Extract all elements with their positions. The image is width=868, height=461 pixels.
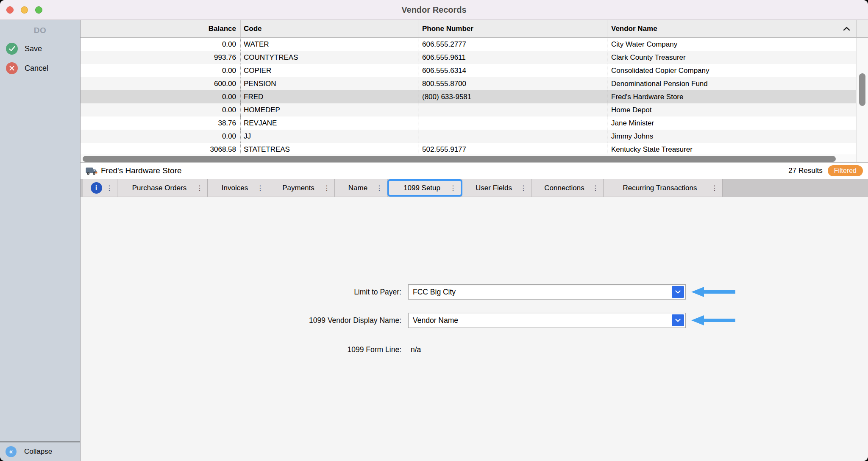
vertical-scrollbar[interactable] bbox=[856, 38, 868, 162]
cell-phone bbox=[418, 130, 607, 143]
cell-phone: 800.555.8700 bbox=[418, 77, 607, 90]
cell-balance: 38.76 bbox=[81, 117, 241, 130]
tab-recurring-transactions[interactable]: Recurring Transactions bbox=[604, 179, 723, 197]
save-check-icon bbox=[6, 43, 18, 55]
tab-menu-icon[interactable] bbox=[711, 185, 718, 192]
close-button[interactable] bbox=[6, 6, 14, 14]
cell-code: COPIER bbox=[241, 64, 418, 77]
selected-record-title: Fred's Hardware Store bbox=[101, 166, 182, 175]
tab-bar: i Purchase Orders Invoices Payments Name bbox=[81, 179, 868, 197]
table-row[interactable]: 993.76 COUNTYTREAS 606.555.9611 Clark Co… bbox=[81, 51, 856, 64]
tab-info[interactable]: i bbox=[83, 179, 117, 197]
tab-menu-icon[interactable] bbox=[257, 185, 264, 192]
table-row-selected[interactable]: 0.00 FRED (800) 633-9581 Fred's Hardware… bbox=[81, 90, 856, 103]
tab-menu-icon[interactable] bbox=[196, 185, 203, 192]
tab-menu-icon[interactable] bbox=[520, 185, 527, 192]
collapse-button[interactable]: « Collapse bbox=[0, 442, 80, 461]
annotation-arrow bbox=[691, 286, 735, 298]
annotation-arrow bbox=[691, 314, 735, 326]
tab-user-fields[interactable]: User Fields bbox=[462, 179, 531, 197]
results-count: 27 Results bbox=[788, 167, 822, 175]
column-header-vendor[interactable]: Vendor Name bbox=[607, 20, 856, 37]
cancel-button[interactable]: Cancel bbox=[0, 62, 80, 74]
info-icon: i bbox=[91, 182, 102, 194]
column-header-balance[interactable]: Balance bbox=[81, 20, 241, 37]
limit-to-payer-dropdown[interactable]: FCC Big City bbox=[408, 284, 686, 300]
limit-to-payer-label: Limit to Payer: bbox=[81, 288, 401, 297]
cell-code: PENSION bbox=[241, 77, 418, 90]
save-button[interactable]: Save bbox=[0, 43, 80, 55]
tab-menu-icon[interactable] bbox=[106, 185, 113, 192]
sidebar: DO Save Cancel « Collapse bbox=[0, 20, 81, 461]
cell-vendor: City Water Company bbox=[607, 38, 856, 51]
table-row[interactable]: 3068.58 STATETREAS 502.555.9177 Kentucky… bbox=[81, 143, 856, 155]
cell-code: HOMEDEP bbox=[241, 103, 418, 117]
cancel-label: Cancel bbox=[25, 64, 48, 73]
cell-phone bbox=[418, 117, 607, 130]
table-row[interactable]: 0.00 HOMEDEP Home Depot bbox=[81, 103, 856, 117]
tab-1099-setup[interactable]: 1099 Setup bbox=[387, 179, 462, 197]
filtered-badge[interactable]: Filtered bbox=[828, 165, 863, 176]
tab-menu-icon[interactable] bbox=[323, 185, 330, 192]
table-row[interactable]: 0.00 JJ Jimmy Johns bbox=[81, 130, 856, 143]
cell-balance: 993.76 bbox=[81, 51, 241, 64]
tab-payments[interactable]: Payments bbox=[268, 179, 335, 197]
tab-menu-icon[interactable] bbox=[450, 185, 456, 192]
truck-icon bbox=[86, 167, 97, 175]
record-bar: Fred's Hardware Store 27 Results Filtere… bbox=[81, 162, 868, 179]
titlebar: Vendor Records bbox=[0, 0, 868, 20]
cell-vendor: Home Depot bbox=[607, 103, 856, 117]
collapse-chevrons-icon: « bbox=[6, 446, 17, 457]
dropdown-chevron-button[interactable] bbox=[672, 314, 684, 326]
cell-balance: 600.00 bbox=[81, 77, 241, 90]
cell-vendor: Denominational Pension Fund bbox=[607, 77, 856, 90]
column-header-phone[interactable]: Phone Number bbox=[418, 20, 607, 37]
display-name-dropdown[interactable]: Vendor Name bbox=[408, 313, 686, 328]
dropdown-chevron-button[interactable] bbox=[672, 286, 684, 298]
cell-code: JJ bbox=[241, 130, 418, 143]
tab-invoices[interactable]: Invoices bbox=[208, 179, 268, 197]
cell-vendor: Consolidated Copier Company bbox=[607, 64, 856, 77]
table-row[interactable]: 0.00 COPIER 606.555.6314 Consolidated Co… bbox=[81, 64, 856, 77]
horizontal-scrollbar[interactable] bbox=[81, 155, 856, 162]
cell-vendor: Jane Minister bbox=[607, 117, 856, 130]
cell-phone: 606.555.2777 bbox=[418, 38, 607, 51]
tab-menu-icon[interactable] bbox=[592, 185, 599, 192]
display-name-label: 1099 Vendor Display Name: bbox=[81, 316, 401, 325]
table-header-row: Balance Code Phone Number Vendor Name bbox=[81, 20, 868, 38]
cell-balance: 0.00 bbox=[81, 38, 241, 51]
cell-phone: (800) 633-9581 bbox=[418, 90, 607, 103]
column-header-vendor-label: Vendor Name bbox=[611, 25, 657, 33]
cell-phone bbox=[418, 103, 607, 117]
column-header-code[interactable]: Code bbox=[241, 20, 418, 37]
form-1099-setup: Limit to Payer: FCC Big City 1099 Vendor… bbox=[81, 197, 868, 461]
header-scroll-corner bbox=[856, 20, 868, 37]
minimize-button[interactable] bbox=[21, 6, 28, 14]
zoom-button[interactable] bbox=[35, 6, 42, 14]
cell-code: FRED bbox=[241, 90, 418, 103]
vendor-records-window: Vendor Records DO Save Cancel « Collapse bbox=[0, 0, 868, 461]
table-body: 0.00 WATER 606.555.2777 City Water Compa… bbox=[81, 38, 856, 155]
vertical-scrollbar-thumb[interactable] bbox=[859, 73, 865, 106]
table-row[interactable]: 600.00 PENSION 800.555.8700 Denomination… bbox=[81, 77, 856, 90]
horizontal-scrollbar-thumb[interactable] bbox=[83, 156, 836, 162]
tab-menu-icon[interactable] bbox=[376, 185, 383, 192]
table-row[interactable]: 0.00 WATER 606.555.2777 City Water Compa… bbox=[81, 38, 856, 51]
tab-name[interactable]: Name bbox=[335, 179, 387, 197]
sort-ascending-icon[interactable] bbox=[843, 27, 850, 31]
cell-phone: 606.555.6314 bbox=[418, 64, 607, 77]
cell-balance: 0.00 bbox=[81, 130, 241, 143]
cell-code: WATER bbox=[241, 38, 418, 51]
tab-connections[interactable]: Connections bbox=[531, 179, 604, 197]
tab-label: Recurring Transactions bbox=[604, 184, 722, 192]
cell-balance: 0.00 bbox=[81, 103, 241, 117]
table-row[interactable]: 38.76 REVJANE Jane Minister bbox=[81, 117, 856, 130]
cell-balance: 0.00 bbox=[81, 64, 241, 77]
cell-balance: 0.00 bbox=[81, 90, 241, 103]
tab-purchase-orders[interactable]: Purchase Orders bbox=[117, 179, 208, 197]
limit-to-payer-value: FCC Big City bbox=[409, 288, 456, 297]
cancel-x-icon bbox=[6, 62, 18, 74]
tab-bar-filler bbox=[723, 179, 868, 197]
save-label: Save bbox=[25, 44, 42, 53]
cell-vendor: Fred's Hardware Store bbox=[607, 90, 856, 103]
